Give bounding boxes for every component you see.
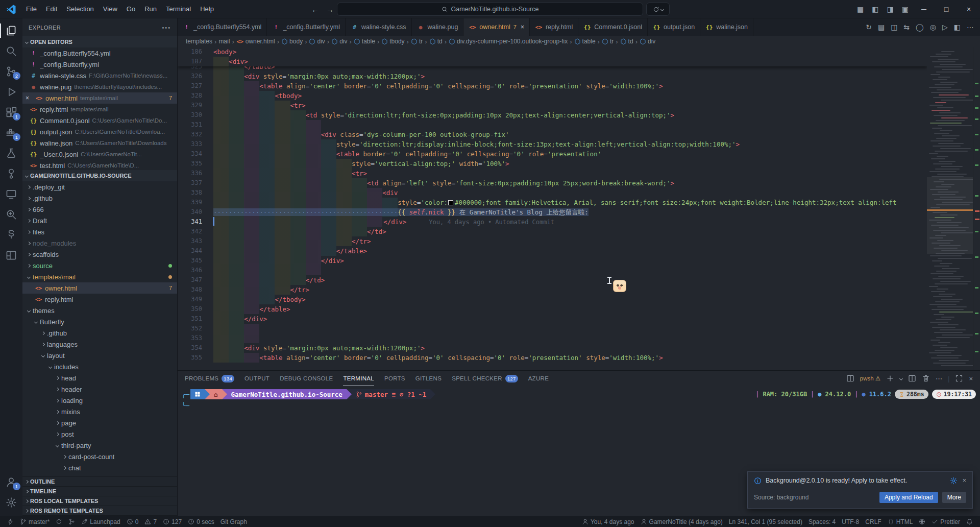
activity-run-debug[interactable] [0, 82, 22, 102]
tree-item-templates\mail[interactable]: templates\mail [22, 271, 177, 282]
minimize-button[interactable]: ─ [913, 0, 935, 18]
code-line-348[interactable]: 348 </tr> [178, 285, 927, 295]
section-outline[interactable]: OUTLINE [22, 477, 177, 487]
tree-item-loading[interactable]: loading [22, 395, 177, 406]
status-utf-8[interactable]: UTF-8 [839, 516, 862, 527]
tree-item-Butterfly[interactable]: Butterfly [22, 316, 177, 327]
tree-item-mixins[interactable]: mixins [22, 406, 177, 417]
minimap[interactable] [927, 47, 973, 370]
status-ln-341-col-1-95-selected-[interactable]: Ln 341, Col 1 (95 selected) [726, 516, 805, 527]
tab-_config.Butterfly.yml[interactable]: !_config.Butterfly.yml [267, 18, 346, 36]
activity-testing[interactable] [0, 143, 22, 163]
code-line-187[interactable]: 187 <div> [178, 57, 927, 66]
code-line-338[interactable]: 338 <div [178, 188, 927, 198]
code-line-328[interactable]: 328 <tbody> [178, 91, 927, 101]
breadcrumb-item[interactable]: tr [411, 38, 423, 45]
menu-run[interactable]: Run [140, 0, 161, 18]
explorer-more-actions-icon[interactable]: ••• [162, 25, 171, 31]
code-line-341[interactable]: 341 </div>You, 4 days ago • Automated Co… [178, 217, 927, 227]
code-line-334[interactable]: 334 <table border='0' cellpadding='0' ce… [178, 149, 927, 159]
breadcrumb-item[interactable]: td [429, 38, 443, 45]
status-0[interactable]: 0 [124, 516, 142, 527]
nav-back-icon[interactable]: ← [311, 5, 319, 14]
tree-item-reply.html[interactable]: <> reply.html [22, 294, 177, 305]
pr-circle-icon[interactable]: ◯ [916, 23, 924, 31]
code-editor[interactable]: 325 </table> 326 <div style='margin:0px … [178, 47, 980, 370]
tree-item-chat[interactable]: chat [22, 462, 177, 473]
status-crlf[interactable]: CRLF [862, 516, 884, 527]
panel-tab-debug-console[interactable]: DEBUG CONSOLE [280, 371, 333, 386]
status-launchpad[interactable]: Launchpad [78, 516, 123, 527]
open-editor-waline.pug[interactable]: ● waline.pug themes\Butterfly\layout\inc… [22, 81, 177, 92]
activity-source-control[interactable]: 2 [0, 61, 22, 82]
breadcrumb-item[interactable]: tbody [381, 38, 404, 45]
tree-item-themes[interactable]: themes [22, 305, 177, 316]
code-line-350[interactable]: 350 </table> [178, 304, 927, 314]
command-center-search[interactable]: GamerNoTitle.github.io-Source [337, 3, 643, 16]
panel-tab-ports[interactable]: PORTS [384, 371, 405, 386]
code-line-333[interactable]: 333 style='direction:ltr;display:inline-… [178, 139, 927, 149]
open-editor-owner.html[interactable]: × <> owner.html templates\mail 7 [22, 92, 177, 104]
terminal-shell-label[interactable]: pwsh⚠ [860, 375, 880, 382]
panel-tab-azure[interactable]: AZURE [528, 371, 549, 386]
apply-and-reload-button[interactable]: Apply and Reload [879, 492, 938, 503]
open-editor-waline.json[interactable]: {} waline.json C:\Users\GamerNoTitle\Dow… [22, 137, 177, 149]
menu-view[interactable]: View [99, 0, 122, 18]
tab-reply.html[interactable]: <>reply.html [530, 18, 578, 36]
breadcrumb-item[interactable]: table [354, 38, 375, 45]
tree-item-files[interactable]: files [22, 226, 177, 237]
tree-item-third-party[interactable]: third-party [22, 440, 177, 451]
menu-edit[interactable]: Edit [41, 0, 62, 18]
code-line-331[interactable]: 331 [178, 120, 927, 130]
status-127[interactable]: 127 [160, 516, 185, 527]
tree-item-666[interactable]: 666 [22, 204, 177, 215]
tree-item-languages[interactable]: languages [22, 339, 177, 350]
activity-zoom-search[interactable] [0, 204, 22, 225]
tab-owner.html[interactable]: <>owner.html 7 × [463, 18, 530, 36]
toggle-panel-icon[interactable]: ◨ [883, 5, 898, 13]
open-editor-_config.Butterfly.yml[interactable]: ! _config.Butterfly.yml [22, 59, 177, 70]
tree-item-.github[interactable]: .github [22, 193, 177, 204]
code-line-342[interactable]: 342 </td> [178, 227, 927, 236]
panel-more-actions-icon[interactable]: ⋯ [936, 375, 942, 382]
kill-terminal-icon[interactable] [922, 374, 930, 382]
code-line-345[interactable]: 345 </div> [178, 256, 927, 266]
new-terminal-icon[interactable] [886, 374, 894, 382]
breadcrumb-item[interactable]: templates [186, 38, 212, 45]
split-editor-icon[interactable]: ◫ [891, 23, 897, 31]
breadcrumb-item[interactable]: div.dys-column-per-100.outlook-group-fix [449, 38, 568, 45]
panel-layout-icon[interactable] [846, 374, 854, 382]
tree-item-source[interactable]: source [22, 260, 177, 271]
status-0-secs[interactable]: 0 secs [185, 516, 217, 527]
breadcrumb-item[interactable]: div [640, 38, 655, 45]
panel-tab-problems[interactable]: PROBLEMS 134 [185, 371, 234, 386]
maximize-button[interactable]: □ [935, 0, 958, 18]
section-ros-remote-templates[interactable]: ROS REMOTE TEMPLATES [22, 506, 177, 516]
section-timeline[interactable]: TIMELINE [22, 487, 177, 496]
breadcrumb-item[interactable]: body [281, 38, 303, 45]
menu-selection[interactable]: Selection [62, 0, 98, 18]
panel-tab-terminal[interactable]: TERMINAL [343, 371, 374, 386]
code-line-337[interactable]: 337 <td align='left' style='font-size:0p… [178, 178, 927, 188]
breadcrumb-item[interactable]: table [574, 38, 596, 45]
timeline-icon[interactable]: ↻ [866, 23, 872, 31]
toggle-panel-grid-icon[interactable]: ▦ [853, 5, 868, 13]
breadcrumb-item[interactable]: <>owner.html [236, 38, 275, 45]
breadcrumb-item[interactable]: td [620, 38, 633, 45]
tab-waline.pug[interactable]: ●waline.pug [412, 18, 464, 36]
code-line-349[interactable]: 349 </tbody> [178, 295, 927, 304]
code-line-354[interactable]: 354 <div style='margin:0px auto;max-widt… [178, 343, 927, 353]
activity-python[interactable] [0, 225, 22, 245]
activity-remote-explorer[interactable] [0, 184, 22, 204]
notification-settings-icon[interactable] [950, 477, 958, 485]
tree-item-.deploy_git[interactable]: .deploy_git [22, 181, 177, 193]
tree-item-includes[interactable]: includes [22, 361, 177, 372]
more-actions-icon[interactable]: ⋯ [967, 23, 974, 31]
open-editor-_config.Butterfly554.yml[interactable]: ! _config.Butterfly554.yml [22, 47, 177, 59]
panel-tab-spell-checker[interactable]: SPELL CHECKER 127 [452, 371, 518, 386]
code-line-347[interactable]: 347 </td> [178, 275, 927, 285]
code-line-351[interactable]: 351 </div> [178, 314, 927, 324]
tree-item-layout[interactable]: layout [22, 350, 177, 361]
tree-item-owner.html[interactable]: <> owner.html 7 [22, 282, 177, 294]
activity-docker[interactable]: 1 [0, 123, 22, 143]
